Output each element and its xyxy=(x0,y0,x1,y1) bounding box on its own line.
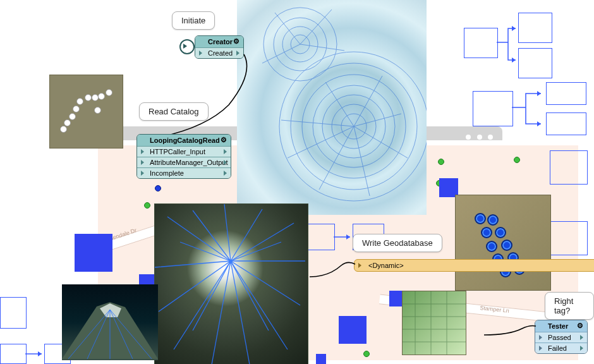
callout-right-tag: Right tag? xyxy=(545,292,594,320)
flowchart-box xyxy=(518,13,552,43)
decorative-square xyxy=(75,234,112,272)
aerial-thumbnail-points xyxy=(49,75,123,149)
window-control-dot xyxy=(477,135,482,140)
volcano-ridge-thumbnail xyxy=(154,203,308,364)
gear-icon[interactable]: ⚙ xyxy=(233,37,239,46)
creator-start-icon xyxy=(179,39,195,54)
window-control-dot xyxy=(466,135,471,140)
gear-icon[interactable]: ⚙ xyxy=(221,136,227,144)
node-dynamic-writer[interactable]: <Dynamic> ▦ xyxy=(354,259,594,272)
map-marker-green xyxy=(514,157,520,163)
callout-read-catalog: Read Catalog xyxy=(139,102,209,121)
flowchart-box xyxy=(473,91,513,126)
port-created[interactable]: Created xyxy=(195,47,243,58)
port-incomplete[interactable]: Incomplete xyxy=(137,167,231,178)
node-looping-catalog-read[interactable]: LoopingCatalogRead⚙ HTTPCaller_Input Att… xyxy=(136,134,231,179)
gear-icon[interactable]: ⚙ xyxy=(577,322,583,330)
aerial-thumbnail-bluepoints xyxy=(455,195,551,291)
decorative-square xyxy=(339,316,367,344)
flowchart-box xyxy=(464,28,498,58)
map-marker-blue xyxy=(155,185,161,191)
map-marker-green xyxy=(144,202,150,209)
workflow-diagram-canvas: Bullendale Dr Stamper Ln xyxy=(0,0,594,364)
callout-write-geodatabase: Write Geodatabase xyxy=(353,234,442,252)
flowchart-box xyxy=(0,297,27,329)
callout-initiate: Initiate xyxy=(172,11,215,30)
node-tester[interactable]: Tester⚙ Passed Failed xyxy=(535,320,588,354)
node-tester-title: Tester xyxy=(548,322,568,330)
map-marker-green xyxy=(363,351,370,357)
flowchart-box xyxy=(518,48,552,78)
contour-map-thumbnail xyxy=(237,0,427,215)
flowchart-box xyxy=(546,82,586,105)
port-attributemanager-output[interactable]: AttributeManager_Output xyxy=(137,157,231,167)
flowchart-box xyxy=(550,150,588,185)
flowchart-box xyxy=(546,112,586,135)
map-marker-green xyxy=(438,159,444,165)
node-dynamic-label: <Dynamic> xyxy=(368,262,404,269)
node-creator-title: Creator xyxy=(208,38,233,46)
aerial-thumbnail-urban xyxy=(402,291,466,355)
port-httpcaller-input[interactable]: HTTPCaller_Input xyxy=(137,146,231,157)
port-failed[interactable]: Failed xyxy=(535,343,587,353)
decorative-square xyxy=(316,354,326,364)
volcano-perspective-thumbnail xyxy=(62,284,158,360)
node-looping-title: LoopingCatalogRead xyxy=(150,136,220,144)
window-control-dot xyxy=(488,135,493,140)
flowchart-box xyxy=(550,221,588,255)
node-creator[interactable]: Creator⚙ Created xyxy=(195,35,244,59)
port-passed[interactable]: Passed xyxy=(535,332,587,343)
flowchart-box xyxy=(0,344,27,364)
